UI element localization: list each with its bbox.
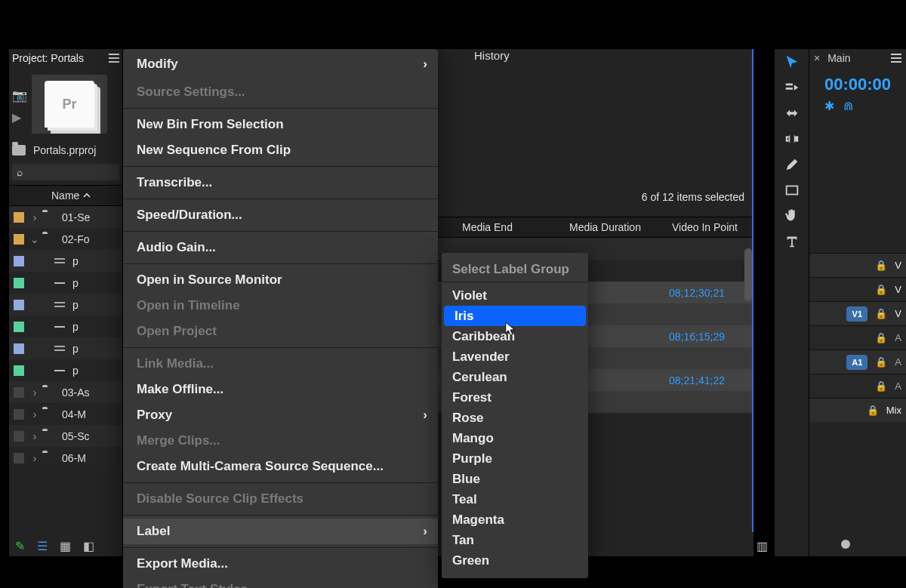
list-item[interactable]: ›03-As <box>9 381 122 403</box>
lock-icon[interactable]: 🔒 <box>875 284 887 295</box>
track-v1[interactable]: V1🔒V <box>809 301 906 325</box>
cell-video-in: 08;16;15;29 <box>669 331 725 343</box>
menu-item[interactable]: Label› <box>123 519 438 544</box>
lock-icon[interactable]: 🔒 <box>867 405 879 416</box>
col-video-in[interactable]: Video In Point <box>672 221 738 233</box>
submenu-item[interactable]: Rose <box>442 408 588 428</box>
menu-item[interactable]: New Bin From Selection <box>123 112 438 137</box>
lock-icon[interactable]: 🔒 <box>875 380 887 392</box>
magnet-icon[interactable]: ⋒ <box>843 99 853 113</box>
scrollbar-vertical[interactable] <box>744 248 752 301</box>
submenu-item[interactable]: Lavender <box>442 346 588 367</box>
pen-tool[interactable] <box>775 152 809 177</box>
disclosure-icon[interactable]: › <box>30 408 39 420</box>
column-header-name[interactable]: Name <box>9 185 122 206</box>
list-view-icon[interactable]: ☰ <box>37 539 48 553</box>
track-a2[interactable]: A1🔒A <box>809 349 906 374</box>
letterbox-top <box>0 0 906 49</box>
track-v3[interactable]: 🔒V <box>809 253 906 277</box>
close-icon[interactable]: × <box>814 52 820 64</box>
menu-item: Disable Source Clip Effects <box>123 486 438 512</box>
menu-item[interactable]: Create Multi-Camera Source Sequence... <box>123 454 438 479</box>
ripple-edit-tool[interactable] <box>775 100 809 126</box>
hand-tool[interactable] <box>775 203 809 229</box>
submenu-item[interactable]: Green <box>442 550 588 571</box>
panel-menu-icon[interactable] <box>109 54 119 63</box>
project-thumbnail[interactable]: Pr <box>32 75 107 134</box>
sequence-name[interactable]: Main <box>827 52 850 64</box>
disclosure-icon[interactable]: › <box>30 386 39 399</box>
disclosure-icon[interactable]: › <box>30 452 39 464</box>
track-mix[interactable]: 🔒Mix <box>809 398 906 422</box>
history-tab[interactable]: History <box>438 49 753 67</box>
label-submenu: Select Label Group VioletIrisCaribbeanLa… <box>442 253 588 578</box>
menu-item[interactable]: Proxy› <box>123 402 438 428</box>
chart-icon[interactable]: ▥ <box>757 539 768 553</box>
track-select-tool[interactable] <box>775 75 809 100</box>
submenu-item[interactable]: Purple <box>442 448 588 469</box>
list-item[interactable]: p <box>9 337 122 359</box>
selection-tool[interactable] <box>775 49 809 75</box>
submenu-item[interactable]: Forest <box>442 387 588 408</box>
label-chip <box>14 343 24 354</box>
submenu-item[interactable]: Cerulean <box>442 367 588 387</box>
panel-menu-icon[interactable] <box>891 54 901 63</box>
list-item[interactable]: ›04-M <box>9 403 122 425</box>
lock-icon[interactable]: 🔒 <box>875 308 887 319</box>
menu-item[interactable]: Export Media... <box>123 551 438 577</box>
list-item[interactable]: ⌄02-Fo <box>9 228 122 250</box>
list-item[interactable]: p <box>9 272 122 294</box>
track-tag[interactable]: A1 <box>846 355 867 370</box>
track-label: V <box>895 308 901 319</box>
timecode[interactable]: 00:00:00 <box>809 67 906 94</box>
list-item[interactable]: p <box>9 294 122 316</box>
type-tool[interactable] <box>775 229 809 254</box>
submenu-item[interactable]: Teal <box>442 489 588 509</box>
disclosure-icon[interactable]: › <box>30 211 39 223</box>
menu-item[interactable]: Speed/Duration... <box>123 202 438 228</box>
list-item[interactable]: p <box>9 359 122 381</box>
disclosure-icon[interactable]: › <box>30 430 39 442</box>
submenu-item[interactable]: Mango <box>442 428 588 448</box>
list-item[interactable]: ›06-M <box>9 447 122 469</box>
track-a3[interactable]: 🔒A <box>809 374 906 398</box>
menu-item[interactable]: Open in Source Monitor <box>123 267 438 293</box>
pencil-icon[interactable]: ✎ <box>15 539 25 553</box>
track-a1[interactable]: 🔒A <box>809 325 906 349</box>
col-media-end[interactable]: Media End <box>462 221 513 233</box>
menu-item[interactable]: Modify› <box>123 49 438 79</box>
submenu-item[interactable]: Caribbean <box>442 326 588 346</box>
snap-icon[interactable]: ✱ <box>824 99 834 113</box>
submenu-item[interactable]: Tan <box>442 530 588 550</box>
col-media-duration[interactable]: Media Duration <box>569 221 641 233</box>
submenu-item[interactable]: Magenta <box>442 509 588 530</box>
submenu-item[interactable]: Blue <box>442 469 588 489</box>
search-input[interactable]: ⌕ <box>12 164 119 180</box>
menu-item[interactable]: New Sequence From Clip <box>123 137 438 163</box>
rectangle-tool[interactable] <box>775 177 809 203</box>
menu-item-label: Proxy <box>137 408 172 423</box>
list-item[interactable]: ›01-Se <box>9 206 122 228</box>
submenu-item[interactable]: Violet <box>442 285 588 306</box>
submenu-item[interactable]: Iris <box>444 306 586 326</box>
rolling-edit-tool[interactable] <box>775 126 809 152</box>
label-chip <box>14 322 24 332</box>
disclosure-icon[interactable]: ⌄ <box>30 233 39 245</box>
project-panel-title: Project: Portals <box>12 52 84 64</box>
list-item[interactable]: p <box>9 250 122 272</box>
list-item[interactable]: ›05-Sc <box>9 425 122 447</box>
lock-icon[interactable]: 🔒 <box>875 356 887 368</box>
list-item[interactable]: p <box>9 316 122 337</box>
menu-item-label: Modify <box>137 57 178 72</box>
lock-icon[interactable]: 🔒 <box>875 260 887 271</box>
track-label: V <box>895 260 901 271</box>
track-tag[interactable]: V1 <box>846 306 867 322</box>
menu-item: Merge Clips... <box>123 428 438 454</box>
track-v2[interactable]: 🔒V <box>809 277 906 301</box>
menu-item-label: Speed/Duration... <box>137 208 242 223</box>
menu-item[interactable]: Transcribe... <box>123 170 438 195</box>
menu-item[interactable]: Make Offline... <box>123 377 438 402</box>
timeline-zoom-handle[interactable] <box>841 540 850 549</box>
menu-item[interactable]: Audio Gain... <box>123 235 438 260</box>
lock-icon[interactable]: 🔒 <box>875 332 887 343</box>
